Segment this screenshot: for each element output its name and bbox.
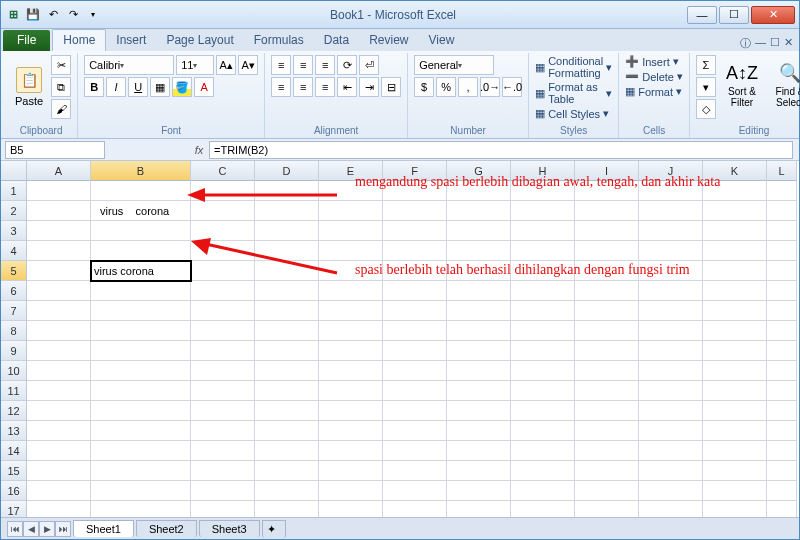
minimize-button[interactable]: — <box>687 6 717 24</box>
autosum-button[interactable]: Σ <box>696 55 716 75</box>
row-header[interactable]: 9 <box>1 341 26 361</box>
cell[interactable] <box>703 201 767 221</box>
font-color-button[interactable]: A <box>194 77 214 97</box>
cell[interactable] <box>639 401 703 421</box>
cell[interactable] <box>91 501 191 517</box>
cell[interactable] <box>511 241 575 261</box>
cell[interactable] <box>703 401 767 421</box>
cell[interactable] <box>511 501 575 517</box>
align-right-button[interactable]: ≡ <box>315 77 335 97</box>
cell[interactable] <box>91 321 191 341</box>
cell[interactable] <box>575 461 639 481</box>
row-header[interactable]: 8 <box>1 321 26 341</box>
cell[interactable] <box>639 341 703 361</box>
cell[interactable] <box>383 361 447 381</box>
cell[interactable] <box>91 241 191 261</box>
cell[interactable] <box>255 421 319 441</box>
cell[interactable] <box>255 461 319 481</box>
row-header[interactable]: 17 <box>1 501 26 517</box>
col-header[interactable]: D <box>255 161 319 181</box>
orientation-button[interactable]: ⟳ <box>337 55 357 75</box>
cell[interactable] <box>383 461 447 481</box>
cell[interactable] <box>767 301 797 321</box>
cell[interactable] <box>319 201 383 221</box>
cell[interactable] <box>383 501 447 517</box>
cell[interactable] <box>767 261 797 281</box>
cell[interactable] <box>767 181 797 201</box>
cut-button[interactable]: ✂ <box>51 55 71 75</box>
merge-center-button[interactable]: ⊟ <box>381 77 401 97</box>
cell[interactable] <box>511 181 575 201</box>
cell[interactable] <box>255 361 319 381</box>
cell[interactable] <box>575 501 639 517</box>
font-family-select[interactable]: Calibri <box>84 55 174 75</box>
cell[interactable] <box>91 401 191 421</box>
cell[interactable] <box>575 401 639 421</box>
cell[interactable] <box>91 461 191 481</box>
decrease-decimal-button[interactable]: ←.0 <box>502 77 522 97</box>
row-header[interactable]: 7 <box>1 301 26 321</box>
cell[interactable] <box>511 461 575 481</box>
cell[interactable] <box>27 441 91 461</box>
cell[interactable] <box>703 421 767 441</box>
cell[interactable] <box>767 501 797 517</box>
cell[interactable] <box>447 381 511 401</box>
cell[interactable] <box>319 301 383 321</box>
row-header[interactable]: 15 <box>1 461 26 481</box>
cell[interactable] <box>383 341 447 361</box>
cell[interactable] <box>639 441 703 461</box>
fill-color-button[interactable]: 🪣 <box>172 77 192 97</box>
align-middle-button[interactable]: ≡ <box>293 55 313 75</box>
close-button[interactable]: ✕ <box>751 6 795 24</box>
cell[interactable] <box>575 321 639 341</box>
cell[interactable] <box>703 381 767 401</box>
cell[interactable] <box>191 481 255 501</box>
cell[interactable] <box>255 381 319 401</box>
name-box[interactable]: B5 <box>5 141 105 159</box>
row-header[interactable]: 1 <box>1 181 26 201</box>
cell[interactable] <box>27 281 91 301</box>
sheet-nav-prev[interactable]: ◀ <box>23 521 39 537</box>
col-header[interactable]: I <box>575 161 639 181</box>
cell[interactable] <box>767 421 797 441</box>
sheet-nav-last[interactable]: ⏭ <box>55 521 71 537</box>
cell[interactable] <box>27 461 91 481</box>
cell[interactable] <box>255 201 319 221</box>
cell[interactable] <box>27 381 91 401</box>
format-cells-button[interactable]: ▦ Format ▾ <box>625 85 683 98</box>
qat-dropdown-icon[interactable]: ▾ <box>85 7 101 23</box>
cell[interactable] <box>91 441 191 461</box>
cell[interactable] <box>191 501 255 517</box>
cell[interactable] <box>767 381 797 401</box>
cell[interactable] <box>27 241 91 261</box>
fill-button[interactable]: ▾ <box>696 77 716 97</box>
cell[interactable] <box>27 501 91 517</box>
align-left-button[interactable]: ≡ <box>271 77 291 97</box>
maximize-button[interactable]: ☐ <box>719 6 749 24</box>
italic-button[interactable]: I <box>106 77 126 97</box>
cell[interactable] <box>511 321 575 341</box>
cell[interactable] <box>319 381 383 401</box>
cell[interactable] <box>383 321 447 341</box>
cell[interactable] <box>447 401 511 421</box>
cell[interactable] <box>383 241 447 261</box>
cell[interactable] <box>639 501 703 517</box>
cell[interactable] <box>91 301 191 321</box>
cell[interactable] <box>383 401 447 421</box>
cell[interactable] <box>383 441 447 461</box>
cell[interactable] <box>703 261 767 281</box>
cell[interactable] <box>319 181 383 201</box>
copy-button[interactable]: ⧉ <box>51 77 71 97</box>
cell[interactable] <box>383 301 447 321</box>
col-header[interactable]: K <box>703 161 767 181</box>
cell[interactable] <box>639 241 703 261</box>
cell[interactable] <box>703 361 767 381</box>
delete-cells-button[interactable]: ➖ Delete ▾ <box>625 70 683 83</box>
cell[interactable]: virus corona <box>91 201 191 221</box>
cell[interactable] <box>447 281 511 301</box>
cell[interactable] <box>511 481 575 501</box>
cell[interactable] <box>511 341 575 361</box>
sheet-nav-first[interactable]: ⏮ <box>7 521 23 537</box>
cell[interactable] <box>255 281 319 301</box>
cell[interactable] <box>767 361 797 381</box>
